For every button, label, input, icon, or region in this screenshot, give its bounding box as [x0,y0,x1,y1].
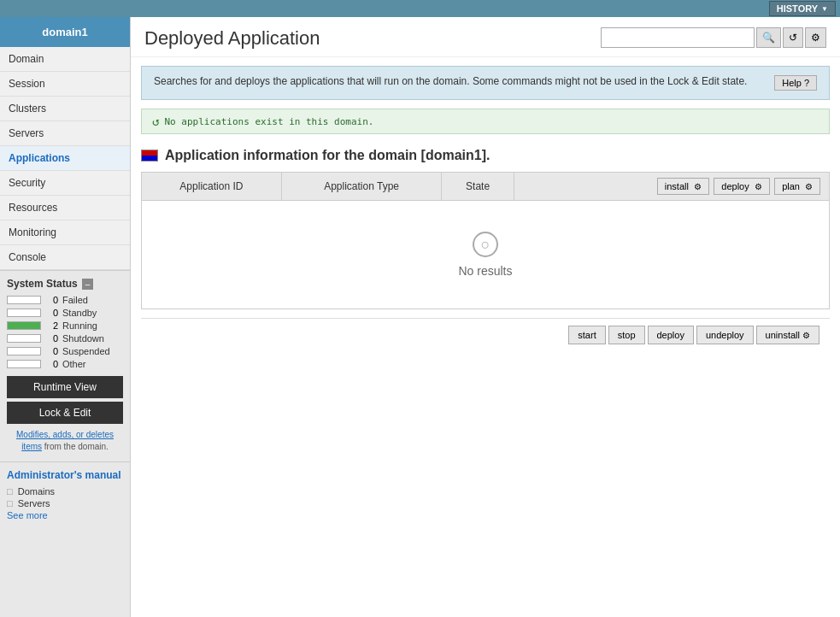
gear-icon: ⚙ [811,32,820,44]
running-count: 2 [45,320,58,331]
servers-icon: □ [7,498,13,508]
status-row-shutdown: 0 Shutdown [7,333,123,344]
content-header: Deployed Application 🔍 ↺ ⚙ [131,17,840,57]
no-results-icon: ○ [473,232,498,257]
domain-title[interactable]: domain1 [0,17,130,47]
uninstall-icon: ⚙ [802,331,810,340]
status-rows: 0 Failed 0 Standby 2 Running [7,295,123,369]
refresh-icon: ↺ [789,32,797,44]
app-info-title: Application information for the domain [… [165,148,490,163]
runtime-view-button[interactable]: Runtime View [7,376,123,398]
running-bar [7,321,41,330]
chevron-down-icon: ▼ [821,5,828,13]
system-status-toggle[interactable]: – [82,279,94,290]
see-more-link[interactable]: See more [7,510,123,520]
sidebar-item-domain[interactable]: Domain [0,47,130,72]
top-bar: HISTORY ▼ [0,0,840,17]
lock-edit-button[interactable]: Lock & Edit [7,402,123,424]
sidebar-nav: Domain Session Clusters Servers Applicat… [0,47,130,270]
shutdown-count: 0 [45,333,58,344]
search-icon: 🔍 [762,32,775,44]
sidebar-item-servers[interactable]: Servers [0,121,130,146]
status-row-suspended: 0 Suspended [7,346,123,356]
plan-icon: ⚙ [805,182,813,191]
bottom-actions: start stop deploy undeploy uninstall ⚙ [141,318,830,351]
sidebar-item-resources[interactable]: Resources [0,196,130,220]
install-icon: ⚙ [694,182,702,191]
deploy-bottom-button[interactable]: deploy [648,326,694,344]
sidebar: domain1 Domain Session Clusters Servers … [0,17,131,617]
running-label: Running [62,320,97,331]
domain-flag-icon [141,150,158,162]
sidebar-item-session[interactable]: Session [0,72,130,97]
status-row-running: 2 Running [7,320,123,331]
domains-icon: □ [7,486,13,497]
failed-bar [7,296,41,304]
standby-count: 0 [45,308,58,318]
history-button[interactable]: HISTORY ▼ [769,1,836,16]
standby-bar [7,308,41,317]
app-info-section: Application information for the domain [… [131,141,840,358]
admin-manual-links: □ Domains □ Servers See more [7,486,123,520]
sidebar-item-console[interactable]: Console [0,245,130,270]
col-app-id: Application ID [142,173,282,201]
status-row-other: 0 Other [7,359,123,369]
deploy-top-icon: ⚙ [755,182,762,191]
refresh-button[interactable]: ↺ [783,27,803,48]
table-header-row: Application ID Application Type State in… [142,173,830,201]
suspended-bar [7,347,41,356]
admin-domains-link[interactable]: □ Domains [7,486,123,497]
admin-servers-link[interactable]: □ Servers [7,498,123,508]
other-bar [7,360,41,368]
deploy-top-button[interactable]: deploy ⚙ [714,178,769,195]
admin-manual-title: Administrator's manual [7,469,123,481]
note-text: from the domain. [44,442,109,451]
other-count: 0 [45,359,58,369]
suspended-count: 0 [45,346,58,356]
info-box-text: Searches for and deploys the application… [154,75,767,87]
main-content: Deployed Application 🔍 ↺ ⚙ Searches for … [131,17,840,617]
history-label: HISTORY [777,3,818,14]
settings-button[interactable]: ⚙ [805,27,826,48]
help-button[interactable]: Help ? [774,75,817,91]
suspended-label: Suspended [62,346,110,356]
standby-label: Standby [62,308,97,318]
sidebar-item-monitoring[interactable]: Monitoring [0,220,130,245]
app-table: Application ID Application Type State in… [141,172,830,309]
sidebar-item-clusters[interactable]: Clusters [0,97,130,121]
other-label: Other [62,359,86,369]
page-title: Deployed Application [144,27,320,50]
no-results-row: ○ No results [142,201,830,309]
search-area: 🔍 ↺ ⚙ [601,27,826,48]
system-status-header: System Status – [7,278,123,290]
no-results-area: ○ No results [150,206,820,303]
start-button[interactable]: start [568,326,605,344]
no-apps-refresh-icon: ↺ [152,115,159,128]
undeploy-button[interactable]: undeploy [696,326,754,344]
status-row-failed: 0 Failed [7,295,123,305]
no-apps-bar: ↺ No applications exist in this domain. [141,109,830,134]
uninstall-button[interactable]: uninstall ⚙ [756,326,819,344]
sidebar-note: Modifies, adds, or deletes items from th… [7,427,123,455]
search-button[interactable]: 🔍 [756,27,781,48]
no-results-label: No results [176,264,795,278]
shutdown-bar [7,334,41,343]
sidebar-item-security[interactable]: Security [0,171,130,196]
plan-button[interactable]: plan ⚙ [774,178,820,195]
sidebar-item-applications[interactable]: Applications [0,146,130,171]
admin-manual-section: Administrator's manual □ Domains □ Serve… [0,461,130,529]
stop-button[interactable]: stop [608,326,645,344]
no-apps-message: No applications exist in this domain. [164,116,373,127]
failed-count: 0 [45,295,58,305]
col-state: State [442,173,514,201]
failed-label: Failed [62,295,88,305]
app-info-header: Application information for the domain [… [141,148,830,163]
install-button[interactable]: install ⚙ [657,178,709,195]
system-status-section: System Status – 0 Failed 0 Standby [0,270,130,461]
col-actions: install ⚙ deploy ⚙ plan ⚙ [514,173,829,201]
status-row-standby: 0 Standby [7,308,123,318]
system-status-label: System Status [7,278,78,290]
col-app-type: Application Type [281,173,442,201]
search-input[interactable] [601,27,755,48]
shutdown-label: Shutdown [62,333,104,344]
